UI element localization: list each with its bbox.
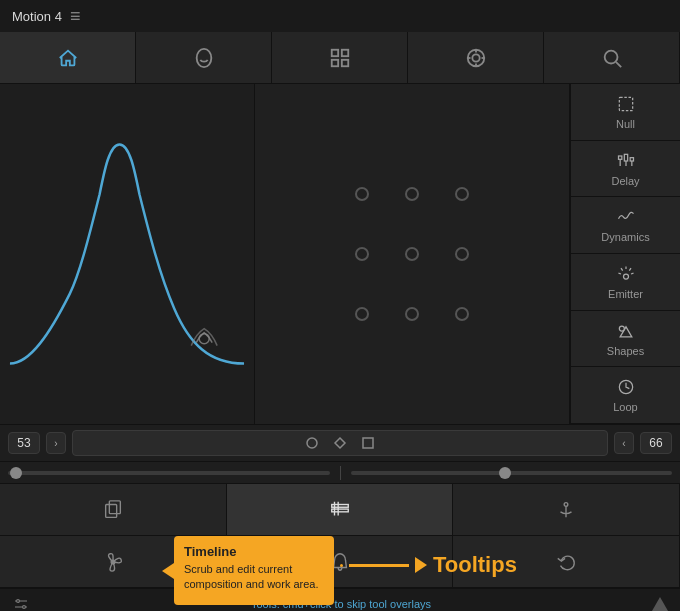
app-title: Motion 4 [12,9,62,24]
shapes-label: Shapes [607,345,644,357]
dot-3-2 [405,307,419,321]
toolbar-row-1: Timeline Scrub and edit current composit… [0,484,680,536]
tab-bar [0,32,680,84]
dot-1-1 [355,187,369,201]
svg-rect-2 [341,49,347,55]
target-icon [465,47,487,69]
right-value[interactable]: 66 [640,432,672,454]
sidebar-item-delay[interactable]: Delay [571,141,680,198]
null-label: Null [616,118,635,130]
sliders-icon [12,595,30,612]
diamond-shape-btn[interactable] [333,436,347,450]
svg-point-0 [196,48,211,66]
home-icon [57,47,79,69]
sidebar-item-emitter[interactable]: Emitter [571,254,680,311]
sidebar-item-dynamics[interactable]: Dynamics [571,197,680,254]
arrow-shaft [349,564,409,567]
tooltip-title: Timeline [184,544,324,559]
delay-icon [616,151,636,171]
tooltip-arrow-left [162,563,174,579]
title-bar: Motion 4 ≡ [0,0,680,32]
dot-2-1 [355,247,369,261]
mask-icon [193,47,215,69]
svg-rect-27 [363,438,373,448]
timeline-tool-btn[interactable] [227,484,454,535]
svg-marker-26 [335,438,345,448]
svg-rect-16 [618,156,621,159]
chevron-right[interactable]: › [46,432,66,454]
delay-label: Delay [611,175,639,187]
svg-rect-29 [109,500,120,513]
emitter-label: Emitter [608,288,643,300]
shapes-icon [616,321,636,341]
dot-grid-area [255,84,570,424]
svg-point-25 [307,438,317,448]
menu-icon[interactable]: ≡ [70,6,81,27]
sidebar-item-loop[interactable]: Loop [571,367,680,424]
loop-label: Loop [613,401,637,413]
status-left [12,595,30,612]
tooltip-arrow-container: Tooltips [340,552,517,578]
undo-icon [555,551,577,573]
loop-icon [616,377,636,397]
status-bar: Tools: cmd+click to skip tool overlays [0,588,680,611]
dot-1-2 [405,187,419,201]
svg-point-40 [23,605,26,608]
copy-tool-btn[interactable] [0,484,227,535]
slider-right-thumb[interactable] [499,467,511,479]
dot-2-2 [405,247,419,261]
dot-3-3 [455,307,469,321]
tooltips-label: Tooltips [433,552,517,578]
tab-mask[interactable] [136,32,272,83]
chevron-left[interactable]: ‹ [614,432,634,454]
dot-3-1 [355,307,369,321]
dot-1-3 [455,187,469,201]
tooltip-box: Timeline Scrub and edit current composit… [174,536,334,605]
sidebar-item-shapes[interactable]: Shapes [571,311,680,368]
slider-divider [340,466,341,480]
tooltip-description: Scrub and edit current composition and w… [184,562,324,593]
svg-point-11 [604,50,617,63]
svg-rect-13 [0,134,254,373]
tab-grid[interactable] [272,32,408,83]
copy-icon [102,499,124,521]
null-icon [616,94,636,114]
dynamics-icon [616,207,636,227]
anchor-tool-btn[interactable] [453,484,680,535]
anchor-icon [555,499,577,521]
svg-point-6 [472,54,479,61]
search-icon [601,47,623,69]
svg-point-23 [619,326,624,331]
svg-point-22 [623,274,628,279]
slider-left-thumb[interactable] [10,467,22,479]
shape-controls [72,430,608,456]
emitter-icon [616,264,636,284]
main-content: Null Delay Dynamics [0,84,680,424]
left-value[interactable]: 53 [8,432,40,454]
dynamics-label: Dynamics [601,231,649,243]
svg-point-39 [17,599,20,602]
waveform-svg [0,84,254,424]
arrow-dot [340,564,343,567]
status-after: to skip tool overlays [331,598,431,610]
tab-search[interactable] [544,32,680,83]
svg-rect-1 [331,49,337,55]
slider-left[interactable] [8,471,330,475]
slider-right[interactable] [351,471,673,475]
tab-target[interactable] [408,32,544,83]
svg-rect-4 [341,59,347,65]
svg-point-34 [564,502,568,506]
dot-grid [337,164,487,344]
svg-rect-18 [630,157,633,160]
circle-shape-btn[interactable] [305,436,319,450]
triangle-icon [652,597,668,611]
svg-rect-17 [624,154,627,161]
timeline-icon [329,499,351,521]
svg-rect-3 [331,59,337,65]
svg-line-12 [616,62,621,67]
tab-home[interactable] [0,32,136,83]
grid-icon [329,47,351,69]
svg-rect-28 [105,504,116,517]
sidebar-item-null[interactable]: Null [571,84,680,141]
square-shape-btn[interactable] [361,436,375,450]
